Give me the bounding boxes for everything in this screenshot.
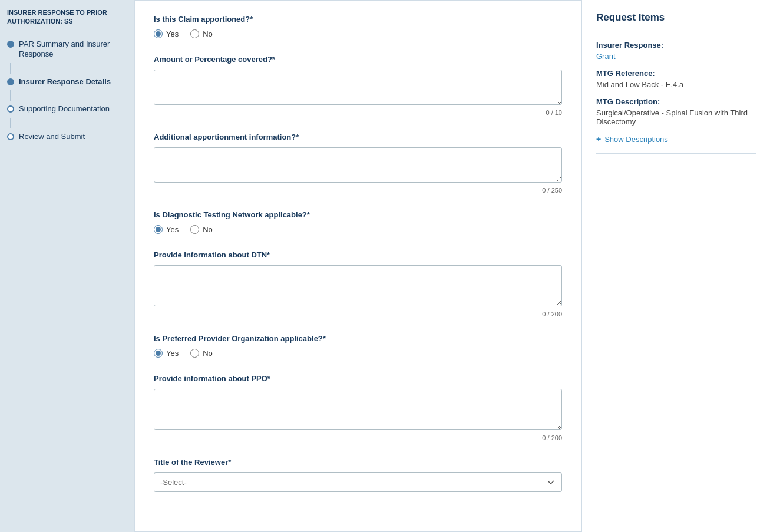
additional-apportionment-section: Additional apportionment information?* 0… (154, 133, 562, 194)
additional-apportionment-char-count: 0 / 250 (154, 187, 562, 194)
ppo-applicable-no-radio[interactable] (190, 349, 199, 358)
dtn-info-textarea[interactable] (154, 265, 562, 306)
sidebar-connector-2 (10, 90, 11, 101)
sidebar: INSURER RESPONSE TO PRIOR AUTHORIZATION:… (0, 0, 134, 532)
sidebar-dot-insurer-response-details (7, 78, 14, 85)
diagnostic-testing-no-option[interactable]: No (190, 225, 213, 234)
claim-apportioned-yes-radio[interactable] (154, 29, 163, 38)
mtg-reference-label: MTG Reference: (596, 69, 756, 78)
sidebar-header: INSURER RESPONSE TO PRIOR AUTHORIZATION:… (7, 8, 127, 27)
mtg-reference-value: Mid and Low Back - E.4.a (596, 80, 756, 89)
insurer-response-label: Insurer Response: (596, 41, 756, 49)
reviewer-title-select[interactable]: -Select- MD DO RN PA Other (154, 472, 562, 492)
insurer-response-value: Grant (596, 52, 756, 61)
claim-apportioned-no-label: No (203, 29, 213, 38)
sidebar-item-supporting-documentation[interactable]: Supporting Documentation (7, 101, 127, 118)
right-panel: Request Items Insurer Response: Grant MT… (581, 0, 770, 532)
claim-apportioned-label: Is this Claim apportioned?* (154, 15, 562, 24)
ppo-applicable-no-label: No (203, 349, 213, 358)
ppo-info-char-count: 0 / 200 (154, 434, 562, 441)
ppo-applicable-yes-label: Yes (166, 349, 179, 358)
amount-percentage-section: Amount or Percentage covered?* 0 / 10 (154, 55, 562, 116)
diagnostic-testing-no-radio[interactable] (190, 225, 199, 234)
sidebar-dot-par-summary (7, 41, 14, 48)
amount-percentage-char-count: 0 / 10 (154, 109, 562, 116)
sidebar-item-label-par-summary: PAR Summary and Insurer Response (19, 39, 127, 60)
main-content: Is this Claim apportioned?* Yes No Amoun… (134, 0, 581, 532)
mtg-description-value: Surgical/Operative - Spinal Fusion with … (596, 108, 756, 126)
claim-apportioned-yes-option[interactable]: Yes (154, 29, 179, 38)
ppo-applicable-radio-group: Yes No (154, 349, 562, 358)
ppo-applicable-section: Is Preferred Provider Organization appli… (154, 334, 562, 358)
dtn-info-char-count: 0 / 200 (154, 310, 562, 318)
diagnostic-testing-section: Is Diagnostic Testing Network applicable… (154, 210, 562, 234)
show-descriptions-row[interactable]: + Show Descriptions (596, 134, 756, 144)
dtn-info-label: Provide information about DTN* (154, 250, 562, 259)
diagnostic-testing-label: Is Diagnostic Testing Network applicable… (154, 210, 562, 219)
claim-apportioned-radio-group: Yes No (154, 29, 562, 38)
claim-apportioned-no-option[interactable]: No (190, 29, 213, 38)
reviewer-title-label: Title of the Reviewer* (154, 458, 562, 467)
sidebar-item-par-summary[interactable]: PAR Summary and Insurer Response (7, 36, 127, 63)
additional-apportionment-label: Additional apportionment information?* (154, 133, 562, 141)
ppo-info-label: Provide information about PPO* (154, 374, 562, 383)
diagnostic-testing-yes-option[interactable]: Yes (154, 225, 179, 234)
sidebar-item-insurer-response-details[interactable]: Insurer Response Details (7, 74, 127, 91)
dtn-info-section: Provide information about DTN* 0 / 200 (154, 250, 562, 318)
sidebar-dot-review-and-submit (7, 133, 14, 140)
sidebar-item-review-and-submit[interactable]: Review and Submit (7, 128, 127, 146)
right-panel-title: Request Items (596, 12, 756, 31)
diagnostic-testing-no-label: No (203, 225, 213, 234)
claim-apportioned-yes-label: Yes (166, 29, 179, 38)
ppo-applicable-yes-radio[interactable] (154, 349, 163, 358)
amount-percentage-textarea[interactable] (154, 70, 562, 105)
ppo-applicable-label: Is Preferred Provider Organization appli… (154, 334, 562, 343)
ppo-info-section: Provide information about PPO* 0 / 200 (154, 374, 562, 441)
sidebar-connector-1 (10, 63, 11, 74)
sidebar-item-label-insurer-response-details: Insurer Response Details (19, 77, 111, 87)
ppo-info-textarea[interactable] (154, 389, 562, 430)
mtg-description-label: MTG Description: (596, 97, 756, 106)
show-descriptions-link[interactable]: Show Descriptions (604, 135, 668, 144)
claim-apportioned-section: Is this Claim apportioned?* Yes No (154, 15, 562, 38)
ppo-applicable-yes-option[interactable]: Yes (154, 349, 179, 358)
show-descriptions-plus-icon: + (596, 134, 601, 144)
claim-apportioned-no-radio[interactable] (190, 29, 199, 38)
reviewer-title-section: Title of the Reviewer* -Select- MD DO RN… (154, 458, 562, 492)
amount-percentage-label: Amount or Percentage covered?* (154, 55, 562, 64)
sidebar-dot-supporting-documentation (7, 105, 14, 113)
diagnostic-testing-radio-group: Yes No (154, 225, 562, 234)
sidebar-item-label-review-and-submit: Review and Submit (19, 132, 85, 142)
sidebar-connector-3 (10, 118, 11, 128)
diagnostic-testing-yes-radio[interactable] (154, 225, 163, 234)
right-panel-divider (596, 153, 756, 154)
ppo-applicable-no-option[interactable]: No (190, 349, 213, 358)
sidebar-item-label-supporting-documentation: Supporting Documentation (19, 104, 110, 114)
diagnostic-testing-yes-label: Yes (166, 225, 179, 234)
additional-apportionment-textarea[interactable] (154, 147, 562, 183)
